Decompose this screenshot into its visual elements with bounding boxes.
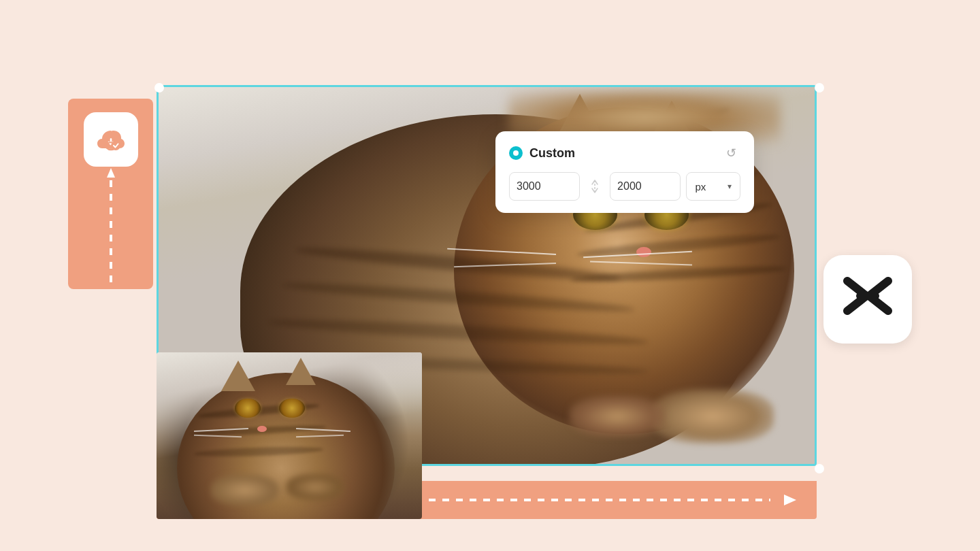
cloud-upload-icon-box[interactable]	[84, 112, 138, 167]
dashed-line-vertical	[110, 180, 112, 282]
size-inputs-row: 3000 2000 px ▾	[509, 172, 740, 201]
panel-title: Custom	[529, 146, 575, 161]
reset-button[interactable]: ↺	[721, 144, 740, 163]
chevron-down-icon: ▾	[728, 182, 732, 191]
size-panel: Custom ↺ 3000 2000 px ▾	[495, 131, 754, 213]
height-input[interactable]: 2000	[610, 172, 681, 201]
radio-selected[interactable]	[509, 146, 523, 160]
corner-dot-top-right	[815, 83, 824, 93]
radio-inner	[513, 150, 519, 156]
arrow-right-icon	[784, 495, 796, 505]
corner-dot-top-left	[154, 83, 164, 93]
size-panel-header: Custom ↺	[509, 144, 740, 163]
link-dimensions-icon[interactable]	[585, 177, 604, 196]
unit-label: px	[695, 181, 706, 193]
thumbnail-image	[157, 352, 422, 519]
capcut-icon	[840, 276, 895, 323]
svg-point-2	[111, 141, 120, 150]
cloud-upload-icon	[94, 122, 128, 156]
thumbnail-cat-bg	[157, 352, 422, 519]
capcut-logo	[823, 255, 912, 344]
main-layout: Custom ↺ 3000 2000 px ▾	[68, 58, 912, 493]
arrow-up-icon	[107, 168, 115, 178]
title-row: Custom	[509, 146, 575, 161]
upload-panel	[68, 99, 153, 289]
corner-dot-bottom-right	[815, 464, 824, 473]
unit-selector[interactable]: px ▾	[686, 172, 740, 201]
width-input[interactable]: 3000	[509, 172, 580, 201]
